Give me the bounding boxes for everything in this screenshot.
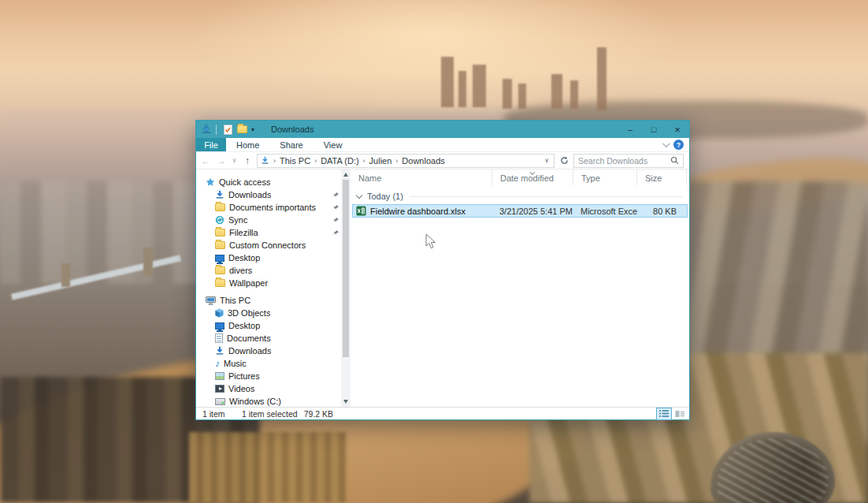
close-button[interactable]: ×	[666, 121, 689, 138]
sidebar-item-pictures[interactable]: Pictures	[196, 370, 341, 382]
file-date-modified: 3/21/2025 5:41 PM	[492, 207, 573, 216]
drive-icon	[215, 398, 225, 405]
download-arrow-icon	[215, 346, 224, 356]
recent-locations-button[interactable]: ∨	[231, 157, 238, 164]
scrollbar-thumb[interactable]	[343, 180, 349, 357]
forward-button[interactable]: →	[215, 155, 228, 166]
breadcrumb-this-pc[interactable]: This PC	[280, 156, 310, 166]
sidebar-scrollbar[interactable]	[341, 170, 351, 407]
file-size: 80 KB	[637, 207, 684, 216]
sidebar-item-downloads[interactable]: Downloads	[196, 188, 341, 201]
window-controls: – □ ×	[618, 121, 689, 138]
column-header-date-modified[interactable]: Date modified	[492, 170, 573, 185]
pin-icon	[332, 217, 339, 224]
sidebar-item-documents[interactable]: Documents	[196, 332, 341, 345]
breadcrumb-data-d[interactable]: DATA (D:)	[321, 156, 358, 166]
sidebar-item-documents-importants[interactable]: Documents importants	[196, 201, 341, 214]
breadcrumb-downloads[interactable]: Downloads	[402, 156, 444, 166]
refresh-button[interactable]	[558, 155, 570, 167]
monitor-icon	[215, 322, 224, 330]
sidebar-item-custom-connectors[interactable]: Custom Connectors	[196, 239, 341, 251]
qat-properties-button[interactable]	[221, 122, 235, 136]
folder-icon	[237, 125, 247, 133]
sidebar-item-downloads-pc[interactable]: Downloads	[196, 345, 341, 357]
computer-icon	[206, 296, 216, 305]
sidebar-item-wallpaper[interactable]: Wallpaper	[196, 277, 341, 289]
status-item-count: 1 item	[196, 409, 234, 419]
help-button[interactable]: ?	[673, 140, 684, 150]
desktop: ▾ Downloads – □ × File Home Share View ?…	[0, 0, 868, 503]
pin-icon	[332, 204, 339, 211]
column-header-type[interactable]: Type	[573, 170, 637, 185]
folder-icon	[215, 266, 225, 274]
sidebar-item-desktop-pc[interactable]: Desktop	[196, 319, 341, 332]
monitor-icon	[215, 255, 224, 262]
file-name: Fieldwire dashboard.xlsx	[370, 207, 466, 216]
details-view-button[interactable]	[657, 408, 671, 419]
pin-icon	[332, 229, 339, 237]
search-icon[interactable]	[670, 156, 679, 165]
group-header-today[interactable]: Today (1)	[351, 190, 689, 203]
sidebar-item-desktop-qa[interactable]: Desktop	[196, 251, 341, 264]
titlebar[interactable]: ▾ Downloads – □ ×	[196, 121, 689, 138]
up-button[interactable]: ↑	[241, 155, 254, 166]
downloads-window-icon	[201, 124, 212, 135]
picture-icon	[215, 372, 224, 380]
sidebar-item-music[interactable]: ♪ Music	[196, 357, 341, 370]
sidebar-item-3d-objects[interactable]: 3D Objects	[196, 307, 341, 319]
tab-home[interactable]: Home	[226, 138, 269, 151]
music-note-icon: ♪	[215, 360, 220, 367]
column-headers: Name Date modified Type Size	[351, 170, 689, 185]
video-icon	[215, 385, 224, 393]
skyline-towers	[441, 57, 454, 107]
sidebar-item-quick-access[interactable]: Quick access	[196, 176, 341, 188]
sidebar-item-videos[interactable]: Videos	[196, 382, 341, 395]
ribbon-expand-icon[interactable]	[662, 140, 670, 147]
titlebar-divider	[216, 125, 217, 135]
file-row-fieldwire-dashboard[interactable]: Fieldwire dashboard.xlsx 3/21/2025 5:41 …	[352, 204, 688, 218]
sidebar-item-filezilla[interactable]: Filezilla	[196, 226, 341, 239]
sidebar-item-divers[interactable]: divers	[196, 264, 341, 277]
address-location-icon	[261, 156, 269, 165]
large-icons-view-button[interactable]	[673, 408, 687, 419]
breadcrumb-julien[interactable]: Julien	[369, 156, 392, 166]
sidebar-item-this-pc[interactable]: This PC	[196, 294, 341, 307]
column-header-name[interactable]: Name	[351, 170, 492, 185]
column-header-size[interactable]: Size	[637, 170, 687, 185]
chevron-down-icon: ▾	[251, 126, 261, 133]
qat-customize-button[interactable]: ▾	[249, 122, 263, 136]
ribbon-tabs: File Home Share View ?	[196, 138, 689, 152]
collapse-chevron-icon[interactable]	[356, 192, 362, 199]
excel-file-icon	[356, 206, 366, 216]
search-input[interactable]	[578, 156, 670, 166]
scroll-down-icon[interactable]	[343, 400, 348, 404]
address-bar: ← → ∨ ↑ › This PC › DATA (D:) › Julien ›…	[196, 152, 689, 170]
sidebar-item-sync[interactable]: Sync	[196, 214, 341, 226]
sync-icon	[215, 215, 224, 225]
folder-icon	[215, 241, 225, 249]
folder-icon	[215, 229, 225, 237]
address-dropdown-icon[interactable]: ∨	[543, 157, 551, 164]
tab-share[interactable]: Share	[269, 138, 313, 151]
pin-icon	[332, 192, 339, 199]
document-icon	[215, 333, 223, 343]
status-bar: 1 item 1 item selected 79.2 KB	[196, 407, 689, 419]
scroll-up-icon[interactable]	[343, 173, 348, 177]
file-type: Microsoft Excel W...	[573, 207, 637, 216]
sidebar-item-windows-c[interactable]: Windows (C:)	[196, 395, 341, 408]
mouse-cursor	[425, 233, 436, 250]
address-input[interactable]: › This PC › DATA (D:) › Julien › Downloa…	[257, 154, 555, 168]
qat-new-folder-button[interactable]	[235, 122, 249, 136]
back-button[interactable]: ←	[199, 155, 212, 166]
file-list: Name Date modified Type Size Today	[351, 170, 689, 407]
minimize-button[interactable]: –	[618, 121, 642, 138]
window-title: Downloads	[271, 125, 313, 134]
tab-file[interactable]: File	[196, 138, 226, 151]
folder-icon	[215, 203, 225, 211]
maximize-button[interactable]: □	[642, 121, 666, 138]
status-selection-size: 79.2 KB	[298, 409, 333, 419]
tab-view[interactable]: View	[313, 138, 353, 151]
search-box	[573, 154, 684, 168]
folder-icon	[215, 279, 225, 287]
download-arrow-icon	[215, 190, 224, 199]
